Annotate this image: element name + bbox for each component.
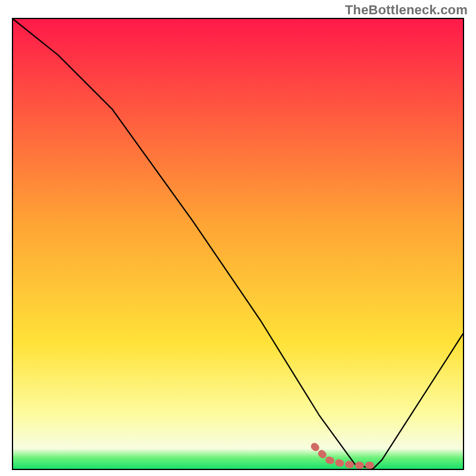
chart-svg	[13, 19, 463, 469]
watermark-text: TheBottleneck.com	[345, 2, 468, 18]
plot-frame	[12, 18, 464, 470]
gradient-background	[13, 19, 463, 469]
chart-stage: TheBottleneck.com	[0, 0, 476, 476]
